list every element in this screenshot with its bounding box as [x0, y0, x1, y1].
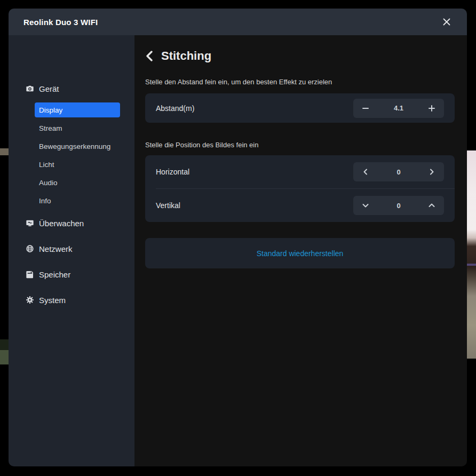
sidebar-item-licht[interactable]: Licht: [35, 157, 120, 172]
abstand-card: Abstand(m) 4.1: [145, 93, 455, 123]
minus-icon: [362, 105, 369, 112]
close-button[interactable]: [439, 14, 454, 29]
horizontal-right-button[interactable]: [419, 162, 444, 181]
sidebar-item-ueberwachen[interactable]: Überwachen: [9, 217, 134, 229]
chevron-left-icon: [362, 169, 369, 175]
sidebar-item-system[interactable]: System: [9, 293, 134, 306]
sidebar-item-speicher[interactable]: Speicher: [9, 268, 134, 281]
back-button[interactable]: [145, 50, 155, 62]
screen: Reolink Duo 3 WIFI: [0, 0, 476, 476]
sidebar-item-label: Gerät: [39, 84, 59, 93]
vertikal-label: Vertikal: [156, 201, 180, 210]
settings-dialog: Reolink Duo 3 WIFI: [9, 9, 467, 466]
sidebar-item-netzwerk[interactable]: Netzwerk: [9, 242, 134, 255]
sidebar-item-label: Info: [39, 197, 51, 205]
sidebar-item-label: Netzwerk: [39, 244, 73, 253]
chevron-down-icon: [362, 202, 369, 209]
dialog-body: Gerät Display Stream Bewegungserkennung …: [9, 35, 467, 466]
sidebar-item-label: Audio: [39, 179, 58, 187]
sidebar-item-geraet[interactable]: Gerät: [9, 82, 134, 95]
dialog-titlebar: Reolink Duo 3 WIFI: [9, 9, 467, 35]
vertikal-up-button[interactable]: [419, 196, 444, 215]
position-section-label: Stelle die Position des Bildes fein ein: [145, 141, 455, 149]
horizontal-left-button[interactable]: [353, 162, 378, 181]
position-card: Horizontal 0: [145, 155, 455, 222]
abstand-value: 4.1: [378, 104, 419, 112]
chevron-up-icon: [429, 202, 435, 209]
sidebar-item-label: Licht: [39, 161, 54, 169]
sidebar-item-label: System: [39, 296, 66, 305]
sidebar-item-label: Speicher: [39, 270, 70, 279]
vertikal-row: Vertikal 0: [145, 189, 455, 222]
background-camera-preview-right: [467, 150, 476, 359]
horizontal-row: Horizontal 0: [145, 155, 455, 188]
sidebar-item-label: Überwachen: [39, 219, 84, 228]
chevron-right-icon: [429, 169, 435, 175]
panel-header: Stitching: [145, 49, 455, 64]
background-detail: [467, 264, 476, 266]
background-camera-preview-left: [0, 148, 9, 155]
plus-icon: [428, 105, 435, 112]
sidebar-item-bewegungserkennung[interactable]: Bewegungserkennung: [35, 139, 120, 154]
vertikal-value: 0: [378, 202, 419, 210]
sidebar-item-stream[interactable]: Stream: [35, 121, 120, 136]
camera-icon: [26, 84, 34, 93]
page-title: Stitching: [161, 49, 211, 63]
abstand-label: Abstand(m): [156, 104, 194, 113]
horizontal-stepper: 0: [353, 162, 444, 181]
monitor-icon: [26, 219, 34, 227]
horizontal-value: 0: [378, 168, 419, 176]
sidebar-item-display[interactable]: Display: [35, 102, 120, 117]
sidebar-item-audio[interactable]: Audio: [35, 175, 120, 190]
close-icon: [442, 18, 451, 26]
abstand-row: Abstand(m) 4.1: [145, 93, 455, 123]
abstand-decrease-button[interactable]: [353, 99, 378, 118]
sidebar-item-info[interactable]: Info: [35, 193, 120, 208]
gear-icon: [26, 296, 34, 304]
stitching-panel: Stitching Stelle den Abstand fein ein, u…: [134, 35, 467, 466]
sidebar-item-label: Stream: [39, 124, 62, 132]
background-camera-preview-left: [0, 339, 9, 350]
dialog-title: Reolink Duo 3 WIFI: [23, 18, 98, 27]
abstand-section-label: Stelle den Abstand fein ein, um den best…: [145, 78, 455, 86]
restore-defaults-button[interactable]: Standard wiederherstellen: [145, 238, 455, 268]
sidebar-item-label: Display: [39, 106, 62, 114]
vertikal-down-button[interactable]: [353, 196, 378, 215]
vertikal-stepper: 0: [353, 196, 444, 215]
abstand-stepper: 4.1: [353, 99, 444, 118]
globe-icon: [26, 244, 34, 253]
settings-sidebar: Gerät Display Stream Bewegungserkennung …: [9, 35, 134, 466]
sidebar-item-label: Bewegungserkennung: [39, 142, 110, 150]
background-camera-preview-left: [0, 350, 9, 364]
chevron-left-icon: [145, 51, 153, 61]
horizontal-label: Horizontal: [156, 168, 189, 176]
restore-defaults-label: Standard wiederherstellen: [257, 249, 344, 258]
abstand-increase-button[interactable]: [419, 99, 444, 118]
storage-icon: [26, 270, 34, 279]
